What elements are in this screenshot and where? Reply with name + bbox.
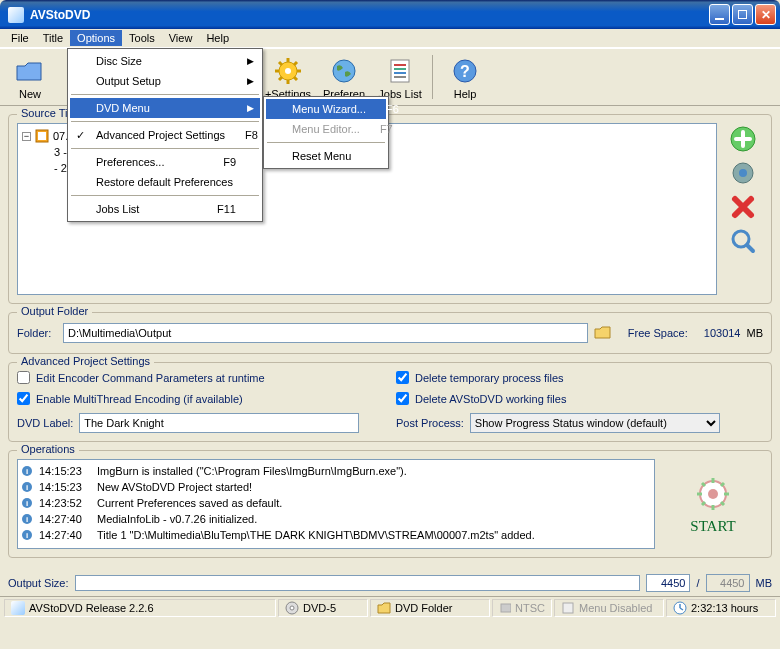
disc-icon <box>285 601 299 615</box>
svg-point-16 <box>333 60 355 82</box>
submenu-menu-editor[interactable]: Menu Editor...F7 <box>266 119 386 139</box>
status-ntsc: NTSC <box>492 599 552 617</box>
window-title: AVStoDVD <box>28 8 709 22</box>
menu-title[interactable]: Title <box>36 30 70 46</box>
output-size-bar: Output Size: 4450 / 4450 MB <box>0 570 780 596</box>
film-icon <box>35 129 49 143</box>
output-folder-legend: Output Folder <box>17 305 92 317</box>
dvd-label-input[interactable] <box>79 413 359 433</box>
info-icon: i <box>21 481 33 493</box>
options-dropdown: Disc Size▶ Output Setup▶ DVD Menu▶ ✓Adva… <box>67 48 263 222</box>
list-icon <box>384 55 416 87</box>
start-button[interactable]: START <box>663 459 763 549</box>
folder-icon <box>377 601 391 615</box>
clock-icon <box>673 601 687 615</box>
free-space-label: Free Space: <box>628 327 688 339</box>
gear-start-icon <box>693 474 733 514</box>
svg-text:i: i <box>26 499 28 508</box>
svg-line-49 <box>702 502 705 505</box>
svg-text:i: i <box>26 531 28 540</box>
output-size-unit: MB <box>756 577 773 589</box>
info-icon: i <box>21 497 33 509</box>
help-icon: ? <box>449 55 481 87</box>
statusbar: AVStoDVD Release 2.2.6 DVD-5 DVD Folder … <box>0 596 780 618</box>
menu-output-setup[interactable]: Output Setup▶ <box>70 71 260 91</box>
operations-group: Operations i14:15:23ImgBurn is installed… <box>8 450 772 558</box>
titlebar: AVStoDVD ✕ <box>0 0 780 29</box>
submenu-reset-menu[interactable]: Reset Menu <box>266 146 386 166</box>
minimize-button[interactable] <box>709 4 730 25</box>
menu-view[interactable]: View <box>162 30 200 46</box>
browse-folder-button[interactable] <box>594 324 612 342</box>
svg-text:?: ? <box>460 63 470 80</box>
delete-temp-checkbox[interactable]: Delete temporary process files <box>396 371 763 384</box>
toolbar-new[interactable]: New <box>4 51 56 103</box>
menu-file[interactable]: File <box>4 30 36 46</box>
log-row: i14:27:40Title 1 "D:\Multimedia\BluTemp\… <box>21 527 652 543</box>
output-size-label: Output Size: <box>8 577 69 589</box>
operations-log[interactable]: i14:15:23ImgBurn is installed ("C:\Progr… <box>17 459 655 549</box>
menu-disc-size[interactable]: Disc Size▶ <box>70 51 260 71</box>
delete-working-checkbox[interactable]: Delete AVStoDVD working files <box>396 392 763 405</box>
tv-icon <box>499 601 511 615</box>
svg-line-13 <box>294 77 297 80</box>
multithread-checkbox[interactable]: Enable MultiThread Encoding (if availabl… <box>17 392 384 405</box>
menu-dvd-menu[interactable]: DVD Menu▶ <box>70 98 260 118</box>
edit-title-button[interactable] <box>729 159 757 187</box>
svg-rect-53 <box>501 604 511 612</box>
output-folder-group: Output Folder Folder: Free Space: 103014… <box>8 312 772 354</box>
svg-line-12 <box>279 62 282 65</box>
log-row: i14:15:23ImgBurn is installed ("C:\Progr… <box>21 463 652 479</box>
log-row: i14:23:52Current Preferences saved as de… <box>21 495 652 511</box>
svg-rect-25 <box>38 132 46 140</box>
submenu-menu-wizard[interactable]: Menu Wizard...F6 <box>266 99 386 119</box>
toolbar-help[interactable]: ? Help <box>439 51 491 103</box>
output-size-value: 4450 <box>646 574 690 592</box>
start-label: START <box>690 518 735 535</box>
svg-point-50 <box>708 489 718 499</box>
preview-title-button[interactable] <box>729 227 757 255</box>
svg-text:i: i <box>26 515 28 524</box>
svg-line-48 <box>721 483 724 486</box>
menubar: File Title Options Tools View Help Disc … <box>0 29 780 48</box>
status-release: AVStoDVD Release 2.2.6 <box>4 599 276 617</box>
output-size-max: 4450 <box>706 574 750 592</box>
svg-line-47 <box>721 502 724 505</box>
status-dvd-folder: DVD Folder <box>370 599 490 617</box>
menu-preferences[interactable]: Preferences...F9 <box>70 152 260 172</box>
svg-text:i: i <box>26 467 28 476</box>
menu-help[interactable]: Help <box>199 30 236 46</box>
tree-collapse-icon[interactable]: − <box>22 132 31 141</box>
dvd-label-text: DVD Label: <box>17 417 73 429</box>
status-duration: 2:32:13 hours <box>666 599 776 617</box>
svg-point-28 <box>739 169 747 177</box>
menu-restore-default[interactable]: Restore default Preferences <box>70 172 260 192</box>
folder-label: Folder: <box>17 327 57 339</box>
log-row: i14:27:40MediaInfoLib - v0.7.26 initiali… <box>21 511 652 527</box>
menu-advanced-project[interactable]: ✓Advanced Project SettingsF8 <box>70 125 260 145</box>
info-icon: i <box>21 529 33 541</box>
add-title-button[interactable] <box>729 125 757 153</box>
close-button[interactable]: ✕ <box>755 4 776 25</box>
svg-line-46 <box>702 483 705 486</box>
folder-new-icon <box>14 55 46 87</box>
post-process-select[interactable]: Show Progress Status window (default) <box>470 413 720 433</box>
svg-rect-17 <box>391 60 409 82</box>
output-size-progress <box>75 575 641 591</box>
svg-line-30 <box>747 245 753 251</box>
dvd-menu-submenu: Menu Wizard...F6 Menu Editor...F7 Reset … <box>263 96 389 169</box>
advanced-legend: Advanced Project Settings <box>17 355 154 367</box>
menu-options[interactable]: Options <box>70 30 122 46</box>
edit-encoder-checkbox[interactable]: Edit Encoder Command Parameters at runti… <box>17 371 384 384</box>
output-folder-input[interactable] <box>63 323 588 343</box>
operations-legend: Operations <box>17 443 79 455</box>
status-dvd5: DVD-5 <box>278 599 368 617</box>
menu-icon <box>561 601 575 615</box>
info-icon: i <box>21 465 33 477</box>
maximize-button[interactable] <box>732 4 753 25</box>
status-menu-disabled: Menu Disabled <box>554 599 664 617</box>
remove-title-button[interactable] <box>729 193 757 221</box>
free-space-unit: MB <box>747 327 764 339</box>
menu-jobs-list[interactable]: Jobs ListF11 <box>70 199 260 219</box>
menu-tools[interactable]: Tools <box>122 30 162 46</box>
